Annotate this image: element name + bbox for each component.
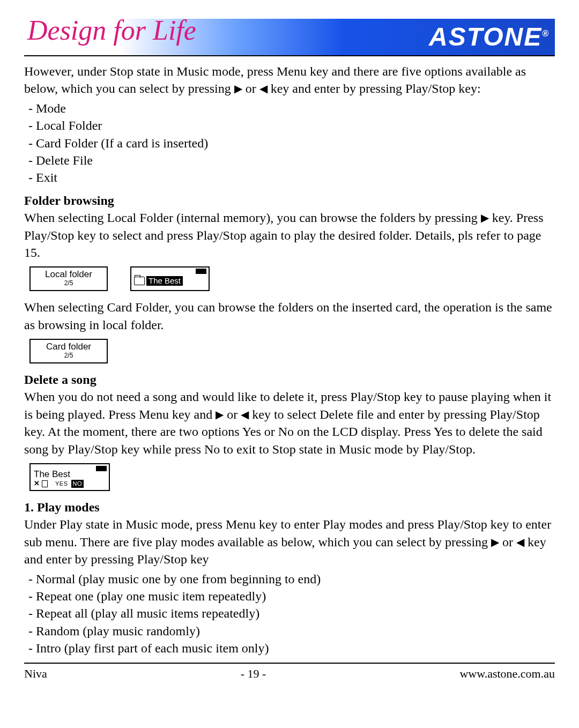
right-arrow-icon: ▶ bbox=[234, 83, 242, 94]
list-item: - Mode bbox=[28, 100, 555, 117]
lcd-line-1: Local folder bbox=[31, 270, 107, 280]
list-item: - Random (play music randomly) bbox=[28, 622, 555, 640]
footer-page-number: - 19 - bbox=[241, 666, 266, 682]
left-arrow-icon: ◀ bbox=[241, 408, 249, 420]
list-item: - Intro (play first part of each music i… bbox=[28, 640, 555, 657]
play-modes-list: - Normal (play music one by one from beg… bbox=[28, 570, 555, 657]
folder-icon bbox=[134, 277, 145, 285]
page-footer: Niva - 19 - www.astone.com.au bbox=[24, 664, 555, 682]
text: or bbox=[242, 81, 259, 95]
list-item: - Repeat one (play one music item repeat… bbox=[28, 588, 555, 605]
text: or bbox=[499, 535, 516, 549]
list-item: - Delete File bbox=[28, 152, 555, 169]
lcd-line-2: 2/5 bbox=[31, 280, 107, 287]
folder-browsing-paragraph-1: When selecting Local Folder (internal me… bbox=[24, 209, 555, 261]
footer-website: www.astone.com.au bbox=[459, 666, 555, 682]
list-item: - Local Folder bbox=[28, 117, 555, 134]
tagline-text: Design for Life bbox=[27, 14, 196, 46]
section-title-delete-song: Delete a song bbox=[24, 371, 555, 388]
no-label: NO bbox=[71, 480, 84, 488]
yes-label: YES bbox=[55, 480, 68, 488]
battery-icon bbox=[96, 466, 107, 471]
list-item: - Repeat all (play all music items repea… bbox=[28, 605, 555, 622]
lcd-row-local: Local folder 2/5 The Best bbox=[29, 266, 555, 291]
text: key and enter by pressing Play/Stop key: bbox=[268, 81, 481, 95]
lcd-row-delete: The Best ✕ YES NO bbox=[29, 463, 555, 491]
trademark-icon: ® bbox=[542, 29, 550, 38]
lcd-highlighted-label: The Best bbox=[146, 276, 183, 286]
header-bar: Design for Life ASTONE® bbox=[24, 19, 555, 56]
x-icon: ✕ bbox=[34, 479, 40, 488]
lcd-row-card: Card folder 2/5 bbox=[29, 339, 555, 363]
lcd-line-2: 2/5 bbox=[31, 352, 107, 359]
folder-browsing-paragraph-2: When selecting Card Folder, you can brow… bbox=[24, 299, 555, 333]
document-icon bbox=[42, 480, 48, 487]
list-item: - Card Folder (If a card is inserted) bbox=[28, 135, 555, 152]
text: Under Play state in Music mode, press Me… bbox=[24, 517, 551, 548]
text: When selecting Local Folder (internal me… bbox=[24, 211, 481, 225]
section-title-play-modes: 1. Play modes bbox=[24, 499, 555, 516]
lcd-line-1: Card folder bbox=[31, 342, 107, 352]
text: or bbox=[224, 407, 241, 421]
right-arrow-icon: ▶ bbox=[491, 536, 499, 548]
brand-name: ASTONE bbox=[429, 23, 542, 51]
left-arrow-icon: ◀ bbox=[516, 536, 524, 548]
lcd-card-folder: Card folder 2/5 bbox=[29, 339, 108, 363]
section-title-folder-browsing: Folder browsing bbox=[24, 192, 555, 209]
brand-logo: ASTONE® bbox=[429, 22, 550, 51]
lcd-the-best: The Best bbox=[130, 266, 210, 291]
lcd-delete-confirm: The Best ✕ YES NO bbox=[29, 463, 110, 491]
battery-icon bbox=[196, 269, 206, 274]
play-modes-paragraph: Under Play state in Music mode, press Me… bbox=[24, 516, 555, 568]
footer-product-name: Niva bbox=[24, 666, 47, 682]
delete-song-paragraph: When you do not need a song and would li… bbox=[24, 388, 555, 458]
page-content: However, under Stop state in Music mode,… bbox=[24, 63, 555, 681]
list-item: - Normal (play music one by one from beg… bbox=[28, 570, 555, 588]
stop-menu-options: - Mode - Local Folder - Card Folder (If … bbox=[28, 100, 555, 187]
left-arrow-icon: ◀ bbox=[259, 83, 268, 94]
list-item: - Exit bbox=[28, 169, 555, 186]
right-arrow-icon: ▶ bbox=[216, 408, 224, 420]
right-arrow-icon: ▶ bbox=[481, 212, 489, 224]
intro-paragraph: However, under Stop state in Music mode,… bbox=[24, 63, 555, 98]
lcd-local-folder: Local folder 2/5 bbox=[29, 266, 108, 291]
manual-page: Design for Life ASTONE® However, under S… bbox=[0, 0, 579, 728]
